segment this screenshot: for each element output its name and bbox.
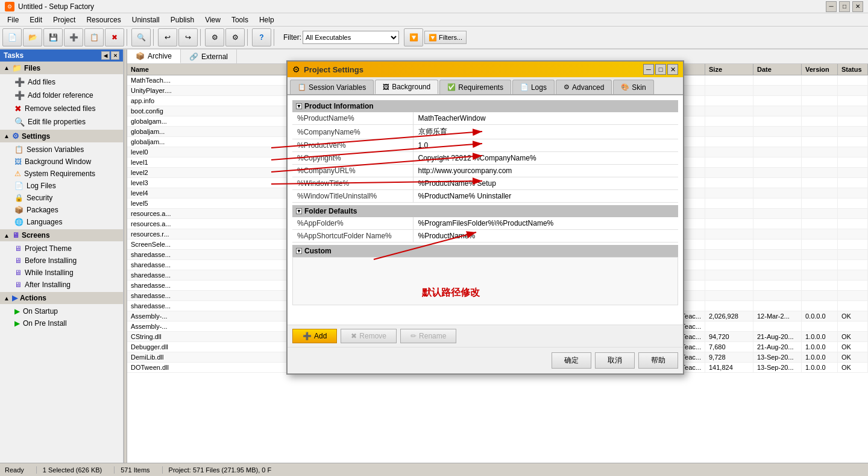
modal-title-btns: ─ □ ✕ — [643, 64, 678, 75]
modal-close-btn[interactable]: ✕ — [667, 64, 678, 75]
expand-icon-product[interactable]: ▼ — [296, 103, 302, 109]
folder-defaults-header: ▼ Folder Defaults — [292, 205, 678, 217]
product-info-label: Product Information — [304, 102, 374, 110]
table-row[interactable]: %AppFolder%%ProgramFilesFolder%\%Product… — [292, 217, 678, 230]
folder-defaults-table: %AppFolder%%ProgramFilesFolder%\%Product… — [292, 217, 678, 243]
modal-content: ▼ Product Information %ProductName%MathT… — [288, 95, 683, 325]
table-row[interactable]: %Copyright%Copyright ?2012 %CompanyName% — [292, 152, 678, 165]
folder-defaults-label: Folder Defaults — [304, 207, 357, 215]
tab-advanced[interactable]: ⚙ Advanced — [556, 80, 612, 94]
product-info-header: ▼ Product Information — [292, 100, 678, 112]
modal-title: Project Settings — [304, 65, 363, 74]
remove-button[interactable]: ✖ Remove — [341, 329, 397, 343]
help-button[interactable]: 帮助 — [638, 352, 678, 369]
table-row[interactable]: %CompanyName%京师乐育 — [292, 125, 678, 139]
add-button[interactable]: ➕ Add — [292, 329, 337, 343]
ok-button[interactable]: 确定 — [552, 352, 591, 369]
rename-icon: ✏ — [410, 332, 417, 340]
modal-overlay: ⚙ Project Settings ─ □ ✕ 📋 Session Varia… — [0, 0, 868, 476]
custom-label: Custom — [304, 247, 332, 255]
table-row[interactable]: %AppShortcutFolder Name%%ProductName% — [292, 230, 678, 243]
expand-icon-custom[interactable]: ▼ — [296, 248, 302, 254]
section-product-info: ▼ Product Information %ProductName%MathT… — [292, 100, 678, 203]
product-info-table: %ProductName%MathTeacherWindow%CompanyNa… — [292, 112, 678, 203]
table-row[interactable]: %WindowTitle%%ProductName% Setup — [292, 177, 678, 190]
table-row[interactable]: %ProductName%MathTeacherWindow — [292, 112, 678, 125]
remove-icon: ✖ — [351, 332, 357, 340]
add-icon: ➕ — [303, 332, 312, 340]
table-row[interactable]: %WindowTitleUninstall%%ProductName% Unin… — [292, 190, 678, 203]
modal-minimize-btn[interactable]: ─ — [643, 64, 654, 75]
modal-action-bar: ➕ Add ✖ Remove ✏ Rename — [288, 325, 683, 347]
custom-header: ▼ Custom — [292, 245, 678, 257]
modal-title-icon: ⚙ — [292, 65, 300, 74]
project-settings-modal: ⚙ Project Settings ─ □ ✕ 📋 Session Varia… — [286, 60, 684, 375]
custom-section-content — [292, 257, 678, 305]
rename-button[interactable]: ✏ Rename — [400, 329, 456, 343]
tab-background[interactable]: 🖼 Background — [375, 80, 438, 94]
tab-logs[interactable]: 📄 Logs — [512, 80, 555, 94]
table-row[interactable]: %ProductVer%1.0 — [292, 139, 678, 152]
tab-skin[interactable]: 🎨 Skin — [613, 80, 653, 94]
table-row[interactable]: %CompanyURL%http://www.yourcompany.com — [292, 165, 678, 177]
tab-session-variables[interactable]: 📋 Session Variables — [290, 80, 374, 94]
section-folder-defaults: ▼ Folder Defaults %AppFolder%%ProgramFil… — [292, 205, 678, 243]
modal-footer: 确定 取消 帮助 — [288, 347, 683, 373]
section-custom: ▼ Custom — [292, 245, 678, 305]
expand-icon-folder[interactable]: ▼ — [296, 208, 302, 214]
tab-requirements[interactable]: ✅ Requirements — [439, 80, 511, 94]
cancel-button[interactable]: 取消 — [595, 352, 635, 369]
modal-titlebar: ⚙ Project Settings ─ □ ✕ — [288, 62, 683, 77]
modal-tabs: 📋 Session Variables 🖼 Background ✅ Requi… — [288, 77, 683, 95]
modal-maximize-btn[interactable]: □ — [655, 64, 666, 75]
